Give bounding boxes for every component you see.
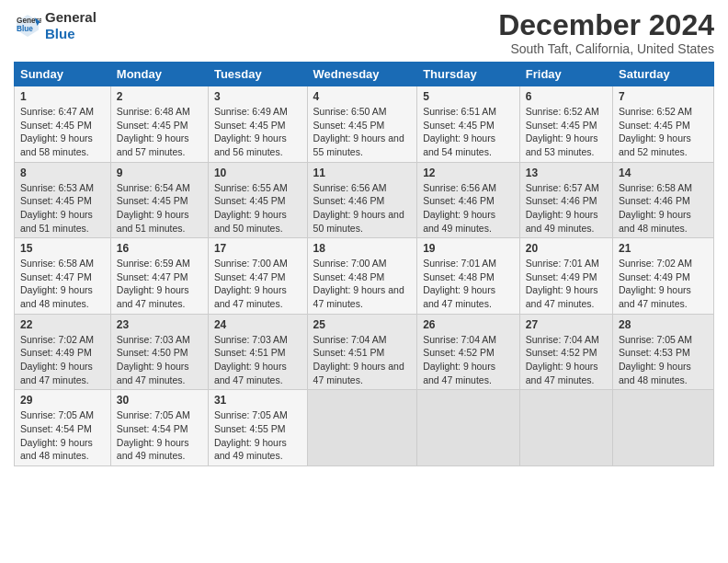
calendar-cell: 14Sunrise: 6:58 AMSunset: 4:46 PMDayligh… [613,162,714,238]
day-number: 25 [313,317,412,333]
sunset: Sunset: 4:55 PM [214,423,286,434]
daylight: Daylight: 9 hours and 56 minutes. [214,132,287,157]
sunrise: Sunrise: 7:00 AM [214,258,288,269]
calendar-cell: 17Sunrise: 7:00 AMSunset: 4:47 PMDayligh… [208,238,307,315]
sunrise: Sunrise: 7:04 AM [313,334,387,345]
daylight: Daylight: 9 hours and 53 minutes. [526,132,598,157]
sunrise: Sunrise: 7:01 AM [526,258,599,269]
calendar-cell: 1Sunrise: 6:47 AMSunset: 4:45 PMDaylight… [15,86,111,163]
logo-icon: General Blue [14,12,41,40]
sunrise: Sunrise: 6:52 AM [619,106,692,117]
daylight: Daylight: 9 hours and 55 minutes. [313,132,404,157]
day-number: 21 [619,241,708,257]
calendar-body: 1Sunrise: 6:47 AMSunset: 4:45 PMDaylight… [15,86,714,466]
daylight: Daylight: 9 hours and 49 minutes. [117,437,189,462]
sunset: Sunset: 4:45 PM [20,195,92,206]
day-number: 13 [526,166,607,181]
day-number: 23 [117,317,202,333]
calendar-cell [417,390,520,466]
sunrise: Sunrise: 7:04 AM [423,334,496,345]
day-number: 12 [423,166,514,181]
daylight: Daylight: 9 hours and 50 minutes. [214,209,287,234]
daylight: Daylight: 9 hours and 48 minutes. [619,361,691,385]
sunrise: Sunrise: 7:00 AM [313,258,387,269]
daylight: Daylight: 9 hours and 47 minutes. [526,361,598,385]
page-title: December 2024 [498,9,714,41]
sunrise: Sunrise: 6:50 AM [313,106,387,117]
daylight: Daylight: 9 hours and 54 minutes. [423,132,495,157]
calendar-cell [613,390,714,466]
calendar-cell: 15Sunrise: 6:58 AMSunset: 4:47 PMDayligh… [15,238,111,315]
day-number: 14 [619,166,708,181]
daylight: Daylight: 9 hours and 48 minutes. [20,437,93,462]
sunset: Sunset: 4:46 PM [526,195,597,206]
calendar-week-row: 29Sunrise: 7:05 AMSunset: 4:54 PMDayligh… [15,390,714,466]
daylight: Daylight: 9 hours and 58 minutes. [20,132,93,157]
sunrise: Sunrise: 6:56 AM [313,182,387,193]
sunrise: Sunrise: 6:57 AM [526,182,599,193]
sunset: Sunset: 4:46 PM [423,195,495,206]
logo-line1: General [45,9,97,26]
sunrise: Sunrise: 7:01 AM [423,258,496,269]
daylight: Daylight: 9 hours and 47 minutes. [526,284,598,309]
day-number: 4 [313,89,412,105]
sunrise: Sunrise: 6:52 AM [526,106,599,117]
day-header-wednesday: Wednesday [307,63,417,86]
day-header-thursday: Thursday [417,63,520,86]
calendar-week-row: 1Sunrise: 6:47 AMSunset: 4:45 PMDaylight… [15,86,714,163]
day-number: 18 [313,241,412,257]
sunset: Sunset: 4:48 PM [313,271,385,282]
sunrise: Sunrise: 7:04 AM [526,334,599,345]
sunset: Sunset: 4:45 PM [423,120,495,131]
daylight: Daylight: 9 hours and 47 minutes. [117,361,189,385]
sunrise: Sunrise: 6:53 AM [20,182,94,193]
sunrise: Sunrise: 7:02 AM [619,258,692,269]
day-number: 17 [214,241,301,257]
day-number: 1 [20,89,105,105]
sunrise: Sunrise: 6:59 AM [117,258,190,269]
day-header-monday: Monday [110,63,208,86]
day-header-friday: Friday [519,63,612,86]
daylight: Daylight: 9 hours and 57 minutes. [117,132,189,157]
sunrise: Sunrise: 7:03 AM [117,334,190,345]
daylight: Daylight: 9 hours and 51 minutes. [20,209,93,234]
calendar-cell: 21Sunrise: 7:02 AMSunset: 4:49 PMDayligh… [613,238,714,315]
day-header-saturday: Saturday [613,63,714,86]
sunset: Sunset: 4:50 PM [117,347,188,358]
sunrise: Sunrise: 6:54 AM [117,182,190,193]
day-number: 10 [214,166,301,181]
sunrise: Sunrise: 6:56 AM [423,182,496,193]
calendar-table: SundayMondayTuesdayWednesdayThursdayFrid… [14,62,714,466]
calendar-cell: 25Sunrise: 7:04 AMSunset: 4:51 PMDayligh… [307,314,417,390]
sunset: Sunset: 4:51 PM [313,347,385,358]
calendar-cell: 6Sunrise: 6:52 AMSunset: 4:45 PMDaylight… [519,86,612,163]
day-number: 31 [214,393,301,408]
logo: General Blue General Blue [14,9,97,42]
calendar-cell: 11Sunrise: 6:56 AMSunset: 4:46 PMDayligh… [307,162,417,238]
sunrise: Sunrise: 6:49 AM [214,106,288,117]
sunset: Sunset: 4:45 PM [619,120,690,131]
sunrise: Sunrise: 6:55 AM [214,182,288,193]
day-number: 28 [619,317,708,333]
calendar-cell: 3Sunrise: 6:49 AMSunset: 4:45 PMDaylight… [208,86,307,163]
sunrise: Sunrise: 7:05 AM [117,409,190,420]
daylight: Daylight: 9 hours and 48 minutes. [20,284,93,309]
daylight: Daylight: 9 hours and 47 minutes. [214,361,287,385]
calendar-cell: 23Sunrise: 7:03 AMSunset: 4:50 PMDayligh… [110,314,208,390]
sunset: Sunset: 4:51 PM [214,347,286,358]
daylight: Daylight: 9 hours and 49 minutes. [214,437,287,462]
daylight: Daylight: 9 hours and 47 minutes. [313,361,404,385]
day-number: 30 [117,393,202,408]
day-number: 16 [117,241,202,257]
calendar-header-row: SundayMondayTuesdayWednesdayThursdayFrid… [15,63,714,86]
day-number: 2 [117,89,202,105]
calendar-cell: 13Sunrise: 6:57 AMSunset: 4:46 PMDayligh… [519,162,612,238]
day-number: 19 [423,241,514,257]
daylight: Daylight: 9 hours and 47 minutes. [214,284,287,309]
day-number: 20 [526,241,607,257]
calendar-cell: 10Sunrise: 6:55 AMSunset: 4:45 PMDayligh… [208,162,307,238]
day-number: 15 [20,241,105,257]
daylight: Daylight: 9 hours and 47 minutes. [423,361,495,385]
calendar-cell: 20Sunrise: 7:01 AMSunset: 4:49 PMDayligh… [519,238,612,315]
sunset: Sunset: 4:54 PM [117,423,188,434]
